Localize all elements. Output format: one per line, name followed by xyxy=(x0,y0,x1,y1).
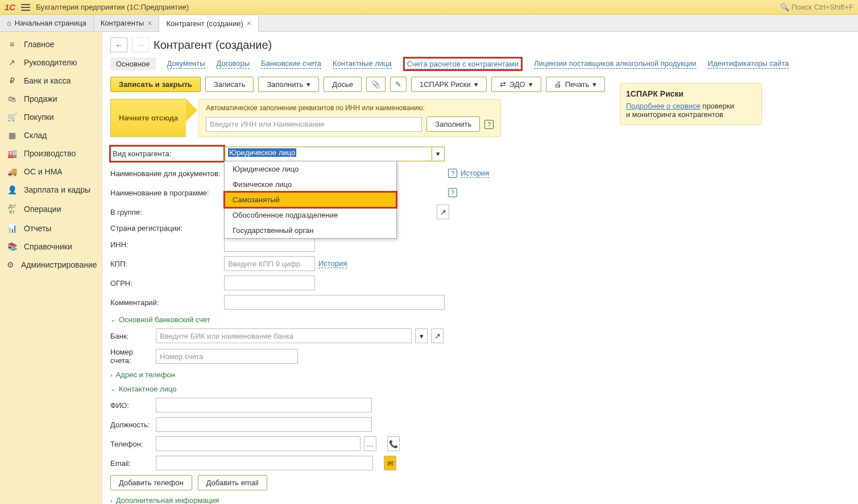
section-tab-documents[interactable]: Документы xyxy=(167,59,205,69)
person-icon: 👤 xyxy=(7,185,17,194)
help-icon[interactable]: ? xyxy=(448,188,457,197)
sidebar-item-main[interactable]: ≡Главное xyxy=(0,35,102,53)
sidebar-item-reports[interactable]: 📊Отчеты xyxy=(0,219,102,238)
contact-section-header[interactable]: ⌄Контактное лицо xyxy=(110,385,850,393)
save-and-close-button[interactable]: Записать и закрыть xyxy=(110,77,201,92)
group-label: В группе: xyxy=(110,208,224,216)
tab-counterparties[interactable]: Контрагенты × xyxy=(94,15,160,31)
autofill-button[interactable]: Заполнить xyxy=(426,116,480,132)
section-tab-site-ids[interactable]: Идентификаторы сайта xyxy=(708,59,789,69)
menu-icon[interactable] xyxy=(21,2,30,13)
sidebar-item-purchases[interactable]: 🛒Покупки xyxy=(0,108,102,126)
ogrn-input[interactable] xyxy=(224,276,315,290)
phone-input[interactable] xyxy=(156,436,360,451)
tab-label: Начальная страница xyxy=(15,19,86,27)
print-button[interactable]: 🖨Печать▾ xyxy=(546,77,606,92)
highlight-button[interactable]: ✎ xyxy=(390,77,407,92)
call-button[interactable]: 📞 xyxy=(387,436,400,451)
sidebar-item-stock[interactable]: ▦Склад xyxy=(0,126,102,144)
nav-back-button[interactable]: ← xyxy=(110,38,127,52)
open-button[interactable]: ↗ xyxy=(437,205,449,219)
dropdown-option-branch[interactable]: Обособленное подразделение xyxy=(225,207,396,223)
save-button[interactable]: Записать xyxy=(205,77,254,92)
home-icon: ⌂ xyxy=(7,19,11,27)
dropdown-option-individual[interactable]: Физическое лицо xyxy=(225,177,396,192)
sidebar-item-sales[interactable]: 🛍Продажи xyxy=(0,90,102,108)
phone-more-button[interactable]: … xyxy=(364,436,376,451)
bag-icon: 🛍 xyxy=(7,94,17,103)
section-tab-contacts[interactable]: Контактные лица xyxy=(333,59,392,69)
autofill-title: Автоматическое заполнение реквизитов по … xyxy=(206,104,494,112)
address-phone-section-header[interactable]: ›Адрес и телефон xyxy=(110,370,850,379)
fio-input[interactable] xyxy=(156,398,372,413)
sidebar-label: Отчеты xyxy=(24,224,51,233)
sidebar-item-bank[interactable]: ₽Банк и касса xyxy=(0,72,102,90)
help-icon[interactable]: ? xyxy=(448,169,457,178)
section-title: Дополнительная информация xyxy=(116,496,219,504)
page-title: Контрагент (создание) xyxy=(154,39,272,52)
chevron-down-icon: ▾ xyxy=(474,80,478,89)
doc-name-label: Наименование для документов: xyxy=(110,169,224,178)
sidebar-item-operations[interactable]: Дт/КтОперации xyxy=(0,199,102,219)
email-send-button[interactable]: ✉ xyxy=(384,456,396,470)
sidebar-item-payroll[interactable]: 👤Зарплата и кадры xyxy=(0,181,102,199)
bank-open-button[interactable]: ↗ xyxy=(431,328,443,343)
extra-info-section-header[interactable]: ›Дополнительная информация xyxy=(110,496,850,504)
sidebar-item-manager[interactable]: ↗Руководителю xyxy=(0,53,102,72)
attach-button[interactable]: 📎 xyxy=(366,77,386,92)
autofill-input[interactable] xyxy=(206,117,422,132)
global-search[interactable]: 🔍 Поиск Ctrl+Shift+F xyxy=(780,3,853,11)
spark-link[interactable]: Подробнее о сервисе xyxy=(626,102,701,110)
ruble-icon: ₽ xyxy=(7,76,17,85)
sidebar-item-production[interactable]: 🏭Производство xyxy=(0,144,102,163)
sidebar-item-assets[interactable]: 🚚ОС и НМА xyxy=(0,163,102,181)
btn-label: ЭДО xyxy=(509,80,525,89)
bank-dropdown-button[interactable]: ▾ xyxy=(415,328,428,343)
section-tab-bank-accounts[interactable]: Банковские счета xyxy=(261,59,321,69)
add-email-button[interactable]: Добавить email xyxy=(198,475,267,490)
start-here-badge: Начните отсюда xyxy=(110,99,186,137)
email-input[interactable] xyxy=(156,456,373,470)
type-dropdown[interactable]: Юридическое лицо ▾ Юридическое лицо Физи… xyxy=(224,147,445,161)
dropdown-toggle-button[interactable]: ▾ xyxy=(432,147,445,161)
tab-home[interactable]: ⌂ Начальная страница xyxy=(0,15,94,31)
kpp-history-link[interactable]: История xyxy=(318,259,347,268)
dropdown-option-legal[interactable]: Юридическое лицо xyxy=(225,161,396,177)
fill-button[interactable]: Заполнить▾ xyxy=(258,77,319,92)
kpp-input[interactable] xyxy=(224,256,315,271)
dropdown-option-selfemployed-highlighted[interactable]: Самозанятый xyxy=(225,192,396,207)
sidebar-item-admin[interactable]: ⚙Администрирование xyxy=(0,256,102,274)
comment-label: Комментарий: xyxy=(110,298,224,307)
section-tab-contracts[interactable]: Договоры xyxy=(217,59,250,69)
bank-section-header[interactable]: ⌄Основной банковский счет xyxy=(110,315,850,324)
account-input[interactable] xyxy=(156,349,298,364)
type-label: Вид контрагента: xyxy=(113,149,171,158)
add-phone-button[interactable]: Добавить телефон xyxy=(110,475,192,490)
help-icon[interactable]: ? xyxy=(484,120,494,129)
section-tab-alco-licenses[interactable]: Лицензии поставщиков алкогольной продукц… xyxy=(534,59,697,69)
inn-input[interactable] xyxy=(224,237,315,252)
sidebar-label: Продажи xyxy=(24,94,57,103)
edo-button[interactable]: ⇄ЭДО▾ xyxy=(491,77,541,92)
close-icon[interactable]: × xyxy=(147,19,152,28)
sidebar-label: Склад xyxy=(24,131,47,140)
spark-risks-button[interactable]: 1СПАРК Риски▾ xyxy=(411,77,487,92)
history-link[interactable]: История xyxy=(461,169,489,178)
sidebar-item-catalogs[interactable]: 📚Справочники xyxy=(0,238,102,256)
type-input[interactable]: Юридическое лицо xyxy=(224,147,432,161)
bank-input[interactable] xyxy=(156,328,412,343)
close-icon[interactable]: × xyxy=(247,19,251,28)
dossier-button[interactable]: Досье xyxy=(324,77,362,92)
comment-input[interactable] xyxy=(224,295,445,310)
section-tab-settlements[interactable]: Счета расчетов с контрагентами xyxy=(407,60,519,69)
dropdown-option-govbody[interactable]: Государственный орган xyxy=(225,223,396,238)
kpp-label: КПП: xyxy=(110,260,224,268)
section-tab-main[interactable]: Основное xyxy=(110,57,156,70)
list-icon: ≡ xyxy=(7,40,17,49)
section-title: Адрес и телефон xyxy=(116,370,175,379)
tab-counterparty-create[interactable]: Контрагент (создание) × xyxy=(159,15,259,32)
tab-label: Контрагенты xyxy=(101,19,144,27)
nav-forward-button: → xyxy=(132,38,149,52)
position-input[interactable] xyxy=(156,417,372,432)
chevron-down-icon: ▾ xyxy=(529,80,533,89)
